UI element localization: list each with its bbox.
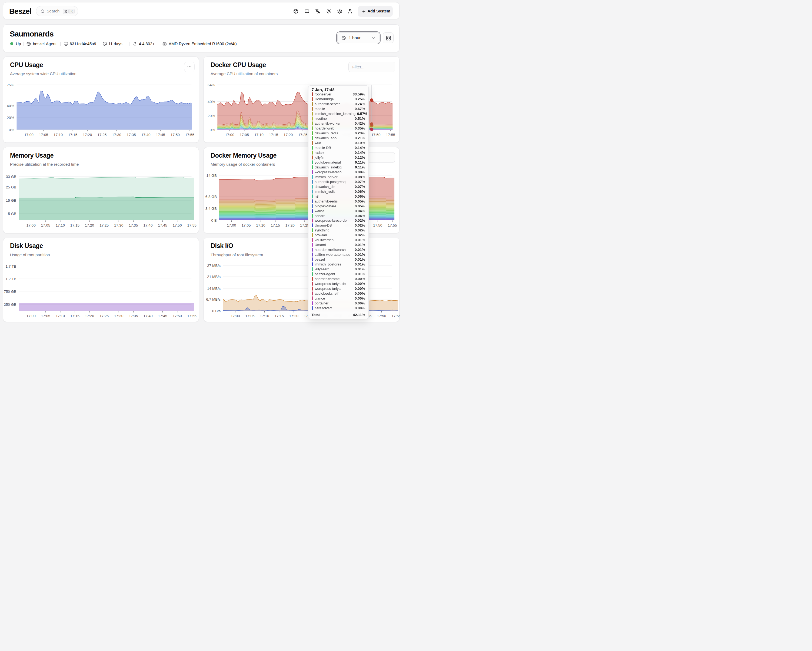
svg-text:25 GB: 25 GB [6,185,16,189]
svg-text:17:00: 17:00 [26,314,36,318]
svg-text:17:15: 17:15 [269,133,278,137]
svg-text:17:15: 17:15 [70,314,79,318]
svg-text:17:20: 17:20 [285,223,295,228]
svg-text:17:25: 17:25 [97,133,107,137]
svg-text:40%: 40% [7,104,14,108]
svg-text:27 MB/s: 27 MB/s [207,263,221,267]
svg-text:17:10: 17:10 [53,133,63,137]
svg-text:0 B/s: 0 B/s [212,309,221,313]
svg-text:17:20: 17:20 [85,223,94,228]
svg-text:17:40: 17:40 [143,314,153,318]
svg-text:21 MB/s: 21 MB/s [207,275,221,279]
svg-text:0%: 0% [210,128,215,132]
svg-text:75%: 75% [7,83,14,87]
svg-text:17:30: 17:30 [112,133,121,137]
svg-text:17:05: 17:05 [39,133,48,137]
svg-text:17:25: 17:25 [99,314,109,318]
svg-text:17:50: 17:50 [173,314,182,318]
svg-text:17:10: 17:10 [256,223,266,228]
svg-text:17:50: 17:50 [173,223,182,228]
svg-text:17:15: 17:15 [275,314,284,318]
svg-text:1.7 TB: 1.7 TB [6,264,17,268]
svg-text:17:25: 17:25 [298,133,307,137]
svg-text:17:20: 17:20 [289,314,298,318]
svg-text:5 GB: 5 GB [8,212,16,216]
svg-text:17:50: 17:50 [377,314,386,318]
svg-text:3.4 GB: 3.4 GB [205,206,217,211]
svg-text:40%: 40% [208,100,215,104]
svg-text:17:00: 17:00 [24,133,34,137]
svg-text:14 GB: 14 GB [206,174,217,177]
svg-text:250 GB: 250 GB [4,303,16,307]
svg-text:17:35: 17:35 [129,314,138,318]
svg-text:0%: 0% [9,128,14,132]
svg-text:20%: 20% [7,116,14,120]
svg-text:20%: 20% [208,114,215,118]
svg-text:17:05: 17:05 [41,223,50,228]
svg-text:17:10: 17:10 [56,223,65,228]
svg-text:17:30: 17:30 [114,223,123,228]
svg-text:17:05: 17:05 [240,133,249,137]
svg-text:17:05: 17:05 [41,314,50,318]
svg-text:750 GB: 750 GB [4,289,16,293]
svg-text:15 GB: 15 GB [6,199,16,202]
svg-text:17:20: 17:20 [284,133,293,137]
svg-text:0 B: 0 B [211,219,217,223]
svg-text:17:00: 17:00 [225,133,234,137]
svg-text:17:50: 17:50 [373,223,382,228]
svg-text:17:05: 17:05 [242,223,251,228]
svg-text:33 GB: 33 GB [6,175,16,179]
svg-text:17:55: 17:55 [386,133,395,137]
svg-text:17:10: 17:10 [56,314,65,318]
svg-text:17:25: 17:25 [99,223,109,228]
svg-text:17:00: 17:00 [230,314,240,318]
svg-text:6.7 MB/s: 6.7 MB/s [206,297,221,301]
svg-text:17:15: 17:15 [271,223,280,228]
svg-text:17:20: 17:20 [85,314,94,318]
svg-text:17:20: 17:20 [83,133,92,137]
svg-text:17:15: 17:15 [70,223,79,228]
svg-text:17:00: 17:00 [227,223,236,228]
svg-text:6.8 GB: 6.8 GB [205,195,217,199]
svg-text:17:30: 17:30 [114,314,123,318]
svg-text:17:45: 17:45 [156,133,165,137]
svg-text:17:40: 17:40 [141,133,151,137]
svg-text:17:40: 17:40 [143,223,153,228]
svg-text:64%: 64% [208,83,215,87]
svg-text:17:55: 17:55 [392,314,400,318]
svg-text:17:55: 17:55 [187,314,197,318]
svg-text:17:35: 17:35 [127,133,136,137]
svg-text:17:55: 17:55 [388,223,397,228]
svg-text:17:55: 17:55 [185,133,194,137]
svg-text:17:05: 17:05 [246,314,255,318]
svg-text:17:45: 17:45 [158,314,167,318]
svg-text:17:45: 17:45 [158,223,167,228]
svg-text:17:00: 17:00 [26,223,36,228]
svg-text:17:10: 17:10 [260,314,269,318]
svg-text:17:55: 17:55 [187,223,197,228]
svg-text:17:50: 17:50 [371,133,381,137]
svg-text:17:25: 17:25 [300,223,309,228]
svg-text:14 MB/s: 14 MB/s [207,287,221,290]
svg-text:17:50: 17:50 [171,133,180,137]
svg-text:17:35: 17:35 [129,223,138,228]
svg-text:1.2 TB: 1.2 TB [6,277,17,281]
svg-text:17:10: 17:10 [254,133,264,137]
svg-text:17:15: 17:15 [68,133,77,137]
